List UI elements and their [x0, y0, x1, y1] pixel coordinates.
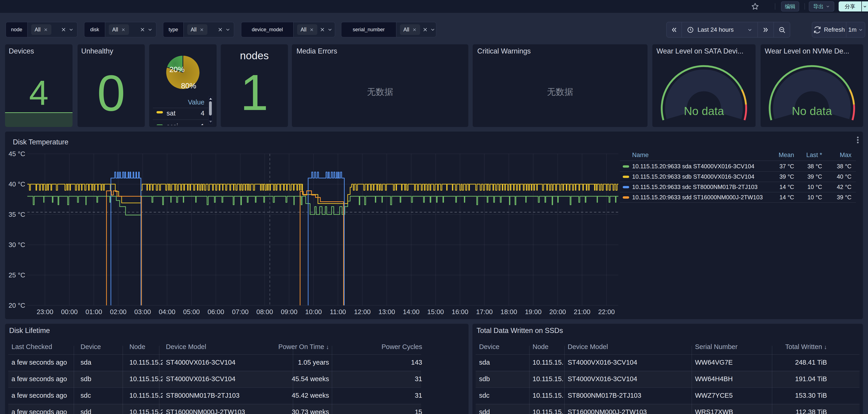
svg-text:35 °C: 35 °C [8, 211, 25, 218]
svg-text:11:00: 11:00 [330, 308, 346, 316]
svg-text:80%: 80% [181, 82, 196, 90]
svg-text:12:00: 12:00 [354, 308, 371, 316]
svg-text:14:00: 14:00 [403, 308, 420, 316]
svg-text:20%: 20% [169, 65, 184, 74]
svg-text:09:00: 09:00 [281, 308, 298, 316]
svg-text:05:00: 05:00 [183, 308, 200, 316]
svg-text:40 °C: 40 °C [8, 180, 25, 188]
svg-text:15:00: 15:00 [427, 308, 444, 316]
svg-text:20:00: 20:00 [549, 308, 566, 316]
svg-text:23:00: 23:00 [37, 308, 54, 316]
svg-text:01:00: 01:00 [86, 308, 102, 316]
svg-text:20 °C: 20 °C [8, 302, 25, 309]
svg-text:16:00: 16:00 [452, 308, 468, 316]
svg-text:04:00: 04:00 [159, 308, 176, 316]
svg-text:06:00: 06:00 [208, 308, 224, 316]
svg-text:45 °C: 45 °C [8, 150, 25, 157]
svg-text:07:00: 07:00 [232, 308, 249, 316]
svg-text:30 °C: 30 °C [8, 241, 25, 248]
svg-text:08:00: 08:00 [256, 308, 273, 316]
svg-text:03:00: 03:00 [134, 308, 151, 316]
svg-text:25 °C: 25 °C [8, 271, 25, 279]
svg-text:19:00: 19:00 [525, 308, 542, 316]
svg-text:21:00: 21:00 [574, 308, 591, 316]
svg-text:00:00: 00:00 [61, 308, 78, 316]
svg-text:17:00: 17:00 [476, 308, 493, 316]
svg-text:02:00: 02:00 [110, 308, 127, 316]
svg-text:18:00: 18:00 [500, 308, 517, 316]
svg-text:13:00: 13:00 [378, 308, 395, 316]
svg-text:10:00: 10:00 [305, 308, 322, 316]
svg-text:22:00: 22:00 [598, 308, 615, 316]
